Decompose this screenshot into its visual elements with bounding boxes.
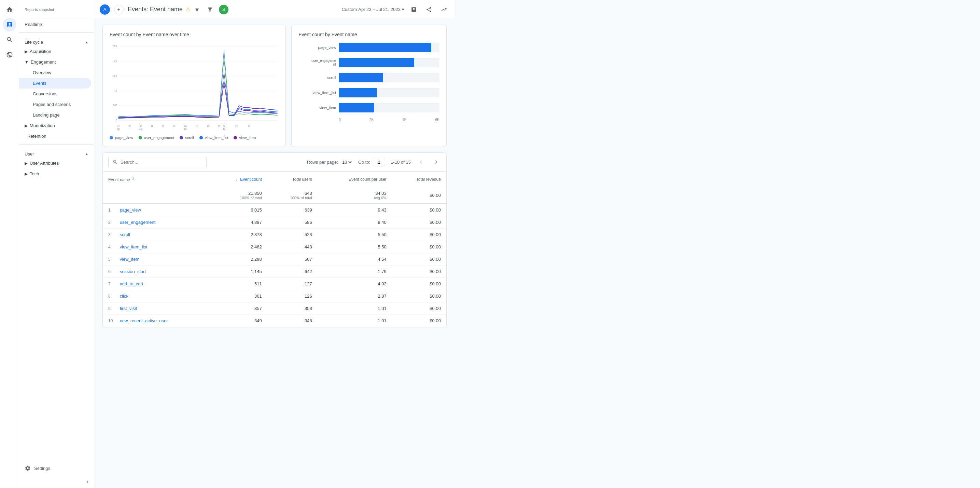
cell-event-count-per-user-0: 9.43 [318,204,392,216]
event-link-8[interactable]: first_visit [120,306,137,311]
compare-icon[interactable] [408,4,419,15]
lifecycle-chevron: ▲ [85,40,88,44]
event-link-5[interactable]: session_start [120,269,146,274]
table-header-row: Event name + ↓ Event count Total users E… [103,172,446,187]
user-avatar: A [100,5,110,15]
user-section[interactable]: User ▲ [19,147,94,158]
rows-per-page-select[interactable]: 10 25 50 [341,159,353,165]
chart-legend: page_view user_engagement scroll vi [110,136,278,140]
col-header-event-name[interactable]: Event name + [103,172,211,187]
data-table-card: Rows per page: 10 25 50 Go to: 1-10 of 1… [102,152,447,327]
trending-icon[interactable] [438,4,449,15]
svg-text:14: 14 [151,124,153,128]
event-link-9[interactable]: new_recent_active_user [120,318,168,323]
col-header-event-count[interactable]: ↓ Event count [211,172,267,187]
search-input[interactable] [121,159,202,165]
row-number-4: 5 [108,257,118,262]
cell-event-name-0: 1 page_view [103,204,211,216]
add-button[interactable]: + [114,5,124,14]
user-attributes-group[interactable]: ▶ User Attributes [19,158,94,169]
tech-label: Tech [30,171,39,176]
legend-view-item-list: view_item_list [199,136,228,140]
cell-total-users-0: 639 [267,204,318,216]
chevron-right-monetization-icon: ▶ [25,123,28,128]
row-number-8: 9 [108,306,118,311]
go-to-input[interactable] [373,158,385,166]
cell-event-count-per-user-6: 4.02 [318,278,392,290]
row-number-5: 6 [108,269,118,274]
event-link-0[interactable]: page_view [120,207,141,212]
event-link-2[interactable]: scroll [120,232,130,237]
cell-total-revenue-7: $0.00 [392,290,446,303]
bar-track-page-view [339,43,439,52]
settings-label: Settings [34,466,50,471]
acquisition-group[interactable]: ▶ Acquisition [19,46,94,57]
row-number-9: 10 [108,319,118,323]
event-link-7[interactable]: click [120,293,128,299]
search-nav-icon[interactable] [3,33,16,46]
icon-nav [0,0,19,488]
bar-chart-container: page_view user_engagement [298,43,439,122]
sidebar-item-pages-screens[interactable]: Pages and screens [19,99,91,110]
bar-track-user-engagement [339,58,439,67]
bar-label-view-item-list: view_item_list [298,91,336,95]
line-chart-container: 2.5K 2K 1.5K 1K 500 0 [110,43,278,132]
sidebar-item-landing-page[interactable]: Landing page [19,110,91,120]
sidebar-header: Reports snapshot [19,0,94,19]
home-nav-icon[interactable] [3,3,16,16]
filter-icon[interactable] [205,5,215,14]
event-link-6[interactable]: add_to_cart [120,281,143,286]
add-column-button[interactable]: + [131,175,135,182]
prev-page-button[interactable] [416,157,426,167]
legend-dot-view-item [234,136,237,139]
cell-total-revenue-9: $0.00 [392,315,446,327]
cell-event-count-per-user-8: 1.01 [318,303,392,315]
bar-fill-scroll [339,73,383,82]
cell-event-name-3: 4 view_item_list [103,241,211,253]
bar-chart-card: Event count by Event name page_view user… [291,25,447,147]
cell-event-count-7: 361 [211,290,267,303]
title-dropdown[interactable]: ▾ [193,5,201,14]
sidebar-item-conversions[interactable]: Conversions [19,89,91,99]
bar-row-page-view: page_view [298,43,439,52]
share-icon[interactable] [423,4,434,15]
cell-event-count-per-user-1: 8.40 [318,216,392,229]
date-range-selector[interactable]: Custom Apr 23 – Jul 21, 2023 ▾ [342,7,404,12]
acquisition-label: Acquisition [30,49,51,54]
explore-nav-icon[interactable] [3,48,16,62]
topbar-right: Custom Apr 23 – Jul 21, 2023 ▾ [342,4,449,15]
sidebar-item-retention[interactable]: Retention [19,131,91,142]
sidebar-divider-2 [19,144,94,145]
col-header-total-revenue[interactable]: Total revenue [392,172,446,187]
cell-event-count-8: 357 [211,303,267,315]
event-link-4[interactable]: view_item [120,257,140,262]
sidebar-item-realtime[interactable]: Realtime [19,19,94,30]
collapse-button[interactable]: ‹ [19,475,94,488]
lifecycle-section[interactable]: Life cycle ▲ [19,35,94,46]
monetization-group[interactable]: ▶ Monetization [19,120,94,131]
legend-label-view-item: view_item [239,136,256,140]
sidebar-item-overview[interactable]: Overview [19,67,91,78]
reports-nav-icon[interactable] [3,18,16,32]
bar-label-view-item: view_item [298,105,336,110]
cell-event-name-4: 5 view_item [103,253,211,266]
event-link-3[interactable]: view_item_list [120,244,148,249]
bar-row-user-engagement: user_engagement [298,58,439,67]
bar-track-view-item-list [339,88,439,97]
next-page-button[interactable] [431,157,441,167]
cell-event-count-per-user-9: 1.01 [318,315,392,327]
totals-event-count-per-user: 34.03 Avg 0% [318,187,392,204]
go-to-label: Go to: [358,159,370,165]
row-number-2: 3 [108,232,118,237]
engagement-group[interactable]: ▼ Engagement [19,57,94,67]
event-link-1[interactable]: user_engagement [120,220,156,225]
svg-text:2.5K: 2.5K [112,44,117,48]
col-header-event-count-per-user[interactable]: Event count per user [318,172,392,187]
sidebar-item-events[interactable]: Events [19,78,91,89]
col-header-total-users[interactable]: Total users [267,172,318,187]
tech-group[interactable]: ▶ Tech [19,169,94,179]
settings-button[interactable]: Settings [19,461,94,475]
cell-total-users-7: 126 [267,290,318,303]
bar-label-page-view: page_view [298,45,336,49]
search-box[interactable] [108,157,207,167]
